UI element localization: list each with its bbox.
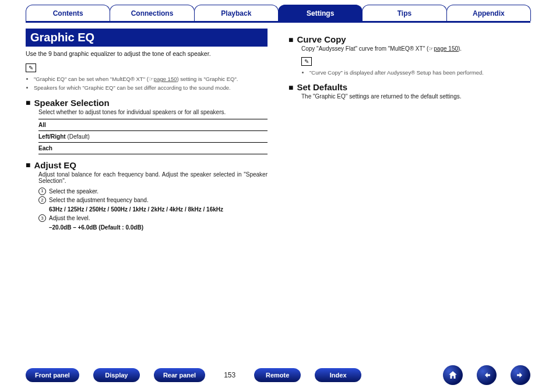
display-button[interactable]: Display (93, 368, 140, 382)
arrow-right-icon (515, 370, 526, 380)
intro-text: Use the 9 band graphic equalizer to adju… (26, 50, 268, 57)
step-item: 3 Adjust the level. –20.0dB – +6.0dB (De… (38, 214, 268, 231)
option-row: Left/Right (Default) (38, 130, 268, 142)
home-icon (448, 370, 458, 380)
bullet-square-icon: ■ (26, 98, 30, 107)
bullet-square-icon: ■ (288, 35, 293, 44)
speaker-selection-options: All Left/Right (Default) Each (38, 119, 268, 154)
tab-appendix[interactable]: Appendix (446, 5, 531, 21)
front-panel-button[interactable]: Front panel (26, 368, 79, 382)
note-list: "Graphic EQ" can be set when "MultEQ® XT… (26, 76, 268, 92)
note-icon: ✎ (301, 57, 312, 66)
note-item: Speakers for which "Graphic EQ" can be s… (34, 84, 268, 91)
tab-settings[interactable]: Settings (278, 5, 363, 21)
tab-connections[interactable]: Connections (110, 5, 194, 21)
page-number: 153 (219, 371, 240, 379)
curve-copy-heading: ■ Curve Copy (288, 34, 530, 44)
set-defaults-heading: ■ Set Defaults (288, 82, 530, 92)
index-button[interactable]: Index (315, 368, 361, 382)
prev-button[interactable] (477, 365, 497, 385)
speaker-selection-heading: ■ Speaker Selection (26, 98, 268, 108)
bullet-square-icon: ■ (288, 83, 293, 92)
remote-button[interactable]: Remote (254, 368, 301, 382)
arrow-left-icon (481, 370, 492, 380)
top-tabs: Contents Connections Playback Settings T… (0, 0, 556, 21)
note-icon: ✎ (26, 63, 36, 72)
bullet-square-icon: ■ (26, 160, 30, 169)
left-column: Graphic EQ Use the 9 band graphic equali… (26, 23, 268, 232)
tab-tips[interactable]: Tips (362, 5, 446, 21)
set-defaults-desc: The "Graphic EQ" settings are returned t… (301, 93, 530, 100)
home-button[interactable] (443, 365, 463, 385)
step-number-icon: 1 (38, 188, 46, 195)
option-row: Each (38, 142, 268, 154)
step-item: 2 Select the adjustment frequency band. … (38, 196, 268, 213)
option-row: All (38, 119, 268, 130)
rear-panel-button[interactable]: Rear panel (154, 368, 205, 382)
step-number-icon: 3 (38, 214, 46, 222)
adjust-eq-desc: Adjust tonal balance for each frequency … (38, 171, 268, 184)
note-item: "Graphic EQ" can be set when "MultEQ® XT… (34, 76, 268, 83)
tab-contents[interactable]: Contents (26, 5, 110, 21)
note-item: "Curve Copy" is displayed after Audyssey… (309, 69, 530, 76)
footer: Front panel Display Rear panel 153 Remot… (26, 365, 530, 385)
curve-copy-note-list: "Curve Copy" is displayed after Audyssey… (301, 69, 530, 76)
page-title: Graphic EQ (26, 29, 268, 47)
tab-playback[interactable]: Playback (194, 5, 279, 21)
right-column: ■ Curve Copy Copy "Audyssey Flat" curve … (288, 23, 530, 232)
page-link[interactable]: page 150 (434, 45, 458, 52)
speaker-selection-desc: Select whether to adjust tones for indiv… (38, 109, 268, 115)
next-button[interactable] (511, 365, 530, 385)
curve-copy-desc: Copy "Audyssey Flat" curve from "MultEQ®… (301, 45, 530, 52)
adjust-eq-steps: 1 Select the speaker. 2 Select the adjus… (38, 188, 268, 232)
step-number-icon: 2 (38, 196, 46, 204)
step-item: 1 Select the speaker. (38, 188, 268, 196)
page-link[interactable]: page 150 (154, 76, 177, 82)
adjust-eq-heading: ■ Adjust EQ (26, 160, 268, 170)
